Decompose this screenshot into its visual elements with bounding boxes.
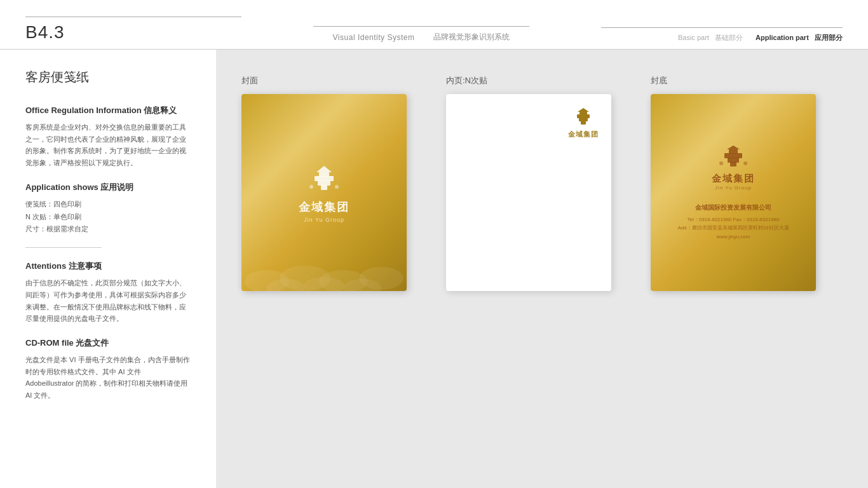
back-logo-icon (717, 144, 749, 170)
svg-rect-7 (321, 185, 327, 190)
company-tel: Tel：0316-8321980 Fax：0316-8321980 (677, 215, 789, 224)
inner-logo-icon (571, 107, 596, 127)
section4-text: 光盘文件是本 VI 手册电子文件的集合，内含手册制作时的专用软件格式文件。其中 … (25, 354, 191, 402)
svg-rect-10 (319, 172, 329, 177)
svg-rect-9 (315, 176, 334, 181)
section3-heading: Attentions 注意事项 (25, 261, 191, 272)
section2-list: 便笺纸：四色印刷 N 次贴：单色印刷 尺寸：根据需求自定 (25, 198, 191, 236)
inner-logo-cn: 金域集团 (568, 130, 599, 139)
vi-system-en: Visual Identity System (333, 33, 415, 42)
section-number: B4.3 (25, 22, 65, 42)
sidebar: 客房便笺纸 Office Regulation Information 信息释义… (0, 50, 216, 488)
back-col: 封底 (651, 75, 843, 291)
svg-marker-11 (316, 166, 332, 172)
inner-card: 金域集团 (446, 94, 611, 291)
page-title: 客房便笺纸 (25, 69, 191, 86)
header-right: Basic part 基础部分 Application part 应用部分 (601, 27, 843, 49)
section3-text: 由于信息的不确定性，此页部分规范（如文字大小、间距等）可作为参考使用，具体可根据… (25, 277, 191, 325)
header-center-line (313, 26, 529, 27)
nav-items: Basic part 基础部分 Application part 应用部分 (678, 33, 843, 43)
header-titles: Visual Identity System 品牌视觉形象识别系统 (333, 32, 510, 43)
cover-card: 金域集团 Jin Yu Group (241, 94, 407, 291)
svg-point-2 (319, 270, 367, 291)
section2-heading: Application shows 应用说明 (25, 182, 191, 193)
items-row: 封面 (241, 75, 843, 291)
svg-point-12 (309, 185, 313, 189)
svg-point-6 (343, 279, 381, 291)
section1-text: 客房系统是企业对内、对外交换信息的最重要的工具之一，它同时也代表了企业的精神风貌… (25, 121, 191, 169)
back-card: 金域集团 Jin Yu Group 金域国际投资发展有限公司 Tel：0316-… (651, 94, 816, 291)
wave-decoration (241, 247, 407, 291)
company-web: www.jinyu.com (677, 233, 789, 241)
cover-logo-cn: 金域集团 (299, 200, 349, 215)
svg-point-25 (743, 161, 747, 165)
cover-logo-en: Jin Yu Group (304, 217, 344, 223)
section4-heading: CD-ROM file 光盘文件 (25, 337, 191, 349)
nav-basic: Basic part 基础部分 (678, 33, 743, 43)
vi-system-cn: 品牌视觉形象识别系统 (433, 32, 510, 43)
svg-point-24 (719, 161, 723, 165)
svg-marker-23 (727, 146, 740, 149)
header-right-line (601, 27, 843, 28)
svg-rect-22 (729, 149, 738, 154)
svg-rect-19 (730, 162, 736, 166)
nav-application: Application part 应用部分 (756, 33, 843, 43)
svg-point-13 (335, 185, 339, 189)
svg-rect-8 (318, 180, 330, 186)
cover-logo-icon (305, 163, 343, 194)
company-name: 金域国际投资发展有限公司 (677, 203, 789, 212)
inner-logo: 金域集团 (568, 107, 599, 139)
section1-heading: Office Regulation Information 信息释义 (25, 105, 191, 116)
header-center: Visual Identity System 品牌视觉形象识别系统 (241, 26, 601, 49)
inner-label: 内页:N次贴 (446, 75, 487, 86)
cover-col: 封面 (241, 75, 433, 291)
cover-logo: 金域集团 Jin Yu Group (299, 163, 349, 223)
svg-marker-18 (578, 108, 589, 112)
svg-point-4 (267, 279, 305, 291)
content-area: 封面 (216, 50, 868, 488)
header: B4.3 Visual Identity System 品牌视觉形象识别系统 B… (0, 0, 868, 50)
svg-rect-17 (580, 112, 587, 115)
svg-rect-21 (724, 153, 742, 158)
main: 客房便笺纸 Office Regulation Information 信息释义… (0, 50, 868, 488)
inner-col: 内页:N次贴 金域集团 (446, 75, 638, 291)
company-addr: Add：廊坊市固安县东城第四区景旺村23社区大厦 (677, 224, 789, 233)
svg-point-1 (280, 266, 330, 291)
header-left: B4.3 (25, 17, 241, 49)
back-logo-cn: 金域集团 (712, 173, 755, 185)
svg-point-3 (359, 267, 403, 290)
back-logo-en: Jin Yu Group (715, 185, 752, 191)
back-label: 封底 (651, 75, 667, 86)
svg-point-0 (245, 270, 289, 291)
cover-label: 封面 (241, 75, 258, 86)
svg-point-5 (304, 277, 344, 291)
company-info: 金域国际投资发展有限公司 Tel：0316-8321980 Fax：0316-8… (677, 203, 789, 241)
divider (25, 247, 102, 248)
svg-rect-20 (728, 158, 739, 163)
back-logo: 金域集团 Jin Yu Group (712, 144, 755, 191)
